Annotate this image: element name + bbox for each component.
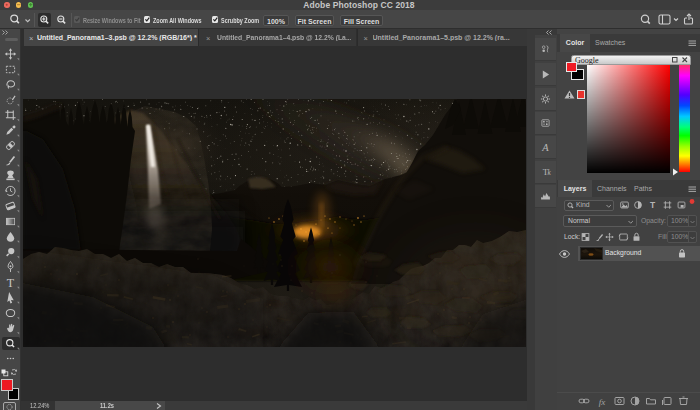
svg-text:k: k	[547, 169, 551, 177]
svg-text:T: T	[650, 200, 656, 210]
svg-text:fx: fx	[599, 397, 606, 407]
svg-text:A: A	[541, 142, 549, 153]
svg-text:T: T	[7, 276, 15, 290]
